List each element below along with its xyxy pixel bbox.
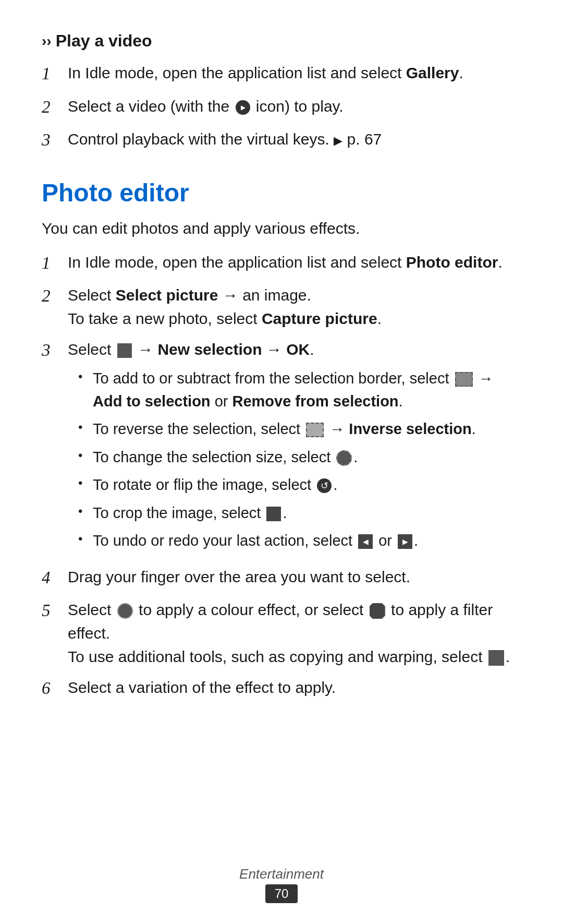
bullet-4: • To rotate or flip the image, select ↺. [68,474,521,497]
photo-step-5: 5 Select to apply a colour effect, or se… [42,598,521,668]
play-video-section: ›› Play a video 1 In Idle mode, open the… [42,31,521,153]
tools-icon [488,650,504,666]
redo-icon: ▶ [398,534,412,549]
photo-editor-intro: You can edit photos and apply various ef… [42,217,521,240]
filter-icon [370,603,385,619]
selection-icon [117,343,132,358]
photo-step-4: 4 Drag your finger over the area you wan… [42,565,521,591]
crop-icon [266,507,281,521]
arrow-right-icon: ▶ [334,134,342,147]
bullet-3: • To change the selection size, select . [68,446,521,469]
chevron-icon: ›› [42,33,52,50]
photo-editor-title: Photo editor [42,178,521,207]
play-video-steps: 1 In Idle mode, open the application lis… [42,61,521,153]
photo-step-3: 3 Select → New selection → OK. • To add … [42,338,521,558]
footer: Entertainment 70 [0,866,563,903]
footer-label: Entertainment [0,866,563,882]
play-icon [236,100,250,115]
dashed-rect-icon [455,372,473,387]
circle-dots-icon [336,450,352,466]
step-2: 2 Select a video (with the icon) to play… [42,94,521,121]
undo-icon: ◀ [358,534,373,549]
bullet-5: • To crop the image, select . [68,502,521,525]
play-video-title: ›› Play a video [42,31,521,51]
step3-bullets: • To add to or subtract from the selecti… [68,367,521,553]
footer-page: 70 [265,884,298,903]
photo-editor-section: Photo editor You can edit photos and app… [42,178,521,702]
photo-step-6: 6 Select a variation of the effect to ap… [42,676,521,702]
color-effect-icon [117,603,133,619]
bullet-6: • To undo or redo your last action, sele… [68,530,521,553]
bullet-2: • To reverse the selection, select → Inv… [68,418,521,441]
photo-step-2: 2 Select Select picture → an image. To t… [42,283,521,330]
rotate-icon: ↺ [317,478,332,493]
step-1: 1 In Idle mode, open the application lis… [42,61,521,87]
bullet-1: • To add to or subtract from the selecti… [68,367,521,413]
photo-editor-steps: 1 In Idle mode, open the application lis… [42,250,521,702]
photo-step-1: 1 In Idle mode, open the application lis… [42,250,521,277]
dashed-rect-white-icon [306,423,324,437]
step-3: 3 Control playback with the virtual keys… [42,127,521,153]
